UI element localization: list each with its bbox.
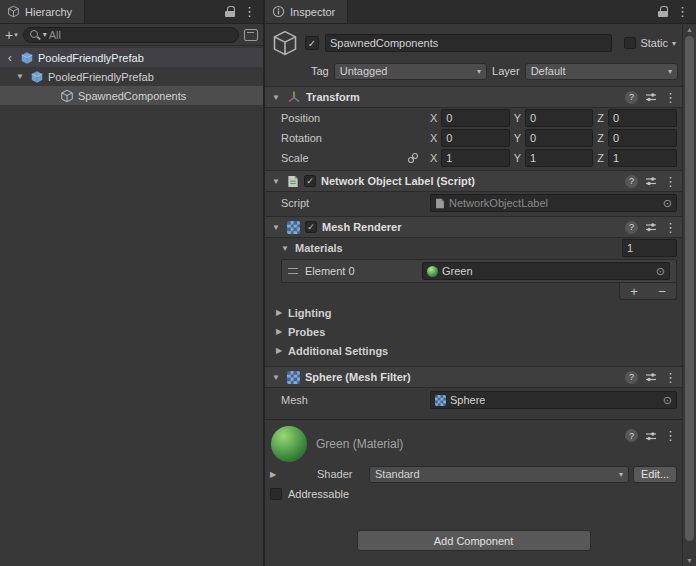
kebab-menu-icon[interactable]: ⋮	[664, 175, 677, 188]
scroll-down-icon[interactable]: ▼	[686, 557, 693, 564]
script-object-field[interactable]: NetworkObjectLabel ⊙	[430, 194, 677, 212]
gameobject-name-field[interactable]	[325, 34, 612, 52]
mesh-filter-header[interactable]: ▼ Sphere (Mesh Filter) ? ⋮	[265, 366, 682, 388]
presets-icon[interactable]	[645, 371, 657, 383]
link-scale-icon[interactable]	[407, 152, 419, 164]
tab-hierarchy[interactable]: Hierarchy	[0, 0, 85, 23]
foldout-open-icon[interactable]: ▼	[14, 72, 26, 81]
chevron-down-icon: ▾	[14, 31, 18, 39]
scrollbar-thumb[interactable]	[685, 36, 694, 541]
help-icon[interactable]: ?	[625, 221, 638, 234]
object-picker-icon[interactable]: ⊙	[656, 266, 665, 277]
additional-settings-label: Additional Settings	[288, 345, 388, 357]
help-icon[interactable]: ?	[625, 429, 638, 442]
create-object-button[interactable]: + ▾	[5, 27, 18, 43]
add-material-button[interactable]: +	[620, 283, 648, 299]
tag-label: Tag	[311, 65, 329, 77]
materials-size-field[interactable]	[622, 239, 677, 257]
material-object-field[interactable]: Green ⊙	[422, 262, 670, 280]
foldout-closed-icon[interactable]: ▶	[267, 470, 279, 479]
scale-x-field[interactable]	[441, 149, 509, 167]
scale-y-field[interactable]	[525, 149, 593, 167]
prefab-cube-icon	[20, 51, 34, 65]
rotation-z-field[interactable]	[608, 129, 677, 147]
network-object-label-header[interactable]: ▼ ✓ Network Object Label (Script) ?	[265, 170, 682, 192]
probes-foldout[interactable]: ▶ Probes	[265, 322, 682, 341]
chevron-down-icon: ▾	[619, 470, 623, 479]
addressable-checkbox[interactable]	[270, 488, 282, 500]
static-dropdown-caret-icon[interactable]: ▾	[672, 39, 676, 48]
mesh-renderer-icon	[287, 221, 300, 234]
position-z-field[interactable]	[608, 109, 677, 127]
additional-settings-foldout[interactable]: ▶ Additional Settings	[265, 341, 682, 360]
foldout-open-icon[interactable]: ▼	[270, 373, 282, 382]
kebab-menu-icon[interactable]: ⋮	[664, 221, 677, 234]
help-icon[interactable]: ?	[625, 91, 638, 104]
edit-shader-button[interactable]: Edit...	[633, 466, 677, 483]
gameobject-enabled-checkbox[interactable]: ✓	[305, 36, 319, 50]
help-icon[interactable]: ?	[625, 175, 638, 188]
materials-label: Materials	[295, 242, 343, 254]
add-component-button[interactable]: Add Component	[357, 530, 591, 551]
component-enabled-checkbox[interactable]: ✓	[304, 175, 316, 187]
material-header[interactable]: Green (Material) ? ⋮	[265, 420, 682, 464]
presets-icon[interactable]	[645, 430, 657, 442]
presets-icon[interactable]	[645, 221, 657, 233]
foldout-open-icon[interactable]: ▼	[270, 177, 282, 186]
kebab-menu-icon[interactable]: ⋮	[664, 429, 677, 442]
tag-dropdown[interactable]: Untagged ▾	[334, 63, 487, 80]
lock-icon[interactable]	[225, 6, 235, 17]
shader-dropdown[interactable]: Standard ▾	[369, 466, 629, 483]
materials-list: Element 0 Green ⊙	[281, 259, 677, 283]
foldout-open-icon[interactable]: ▼	[270, 93, 282, 102]
foldout-open-icon[interactable]: ▼	[270, 223, 282, 232]
material-element-row[interactable]: Element 0 Green ⊙	[282, 260, 676, 282]
transform-header[interactable]: ▼ Transform ?	[265, 86, 682, 108]
back-arrow-icon[interactable]: ‹	[4, 50, 16, 65]
tree-row-prefab-root[interactable]: ▼ PooledFriendlyPrefab	[0, 67, 263, 86]
kebab-menu-icon[interactable]: ⋮	[243, 5, 256, 18]
lock-icon[interactable]	[658, 6, 668, 17]
scale-z-field[interactable]	[608, 149, 677, 167]
component-enabled-checkbox[interactable]: ✓	[305, 221, 317, 233]
tree-row-spawned-components[interactable]: SpawnedComponents	[0, 86, 263, 105]
static-checkbox[interactable]	[624, 37, 636, 49]
inspector-scrollbar[interactable]: ▲ ▼	[682, 24, 696, 566]
lighting-foldout[interactable]: ▶ Lighting	[265, 303, 682, 322]
kebab-menu-icon[interactable]: ⋮	[664, 91, 677, 104]
foldout-open-icon[interactable]: ▼	[279, 244, 291, 253]
open-search-window-icon[interactable]	[244, 29, 258, 41]
object-picker-icon[interactable]: ⊙	[663, 198, 672, 209]
position-y-field[interactable]	[525, 109, 593, 127]
shader-row: ▶ Shader Standard ▾ Edit...	[265, 464, 682, 484]
kebab-menu-icon[interactable]: ⋮	[664, 371, 677, 384]
help-icon[interactable]: ?	[625, 371, 638, 384]
script-value: NetworkObjectLabel	[449, 197, 548, 209]
script-icon	[435, 198, 445, 209]
tab-inspector[interactable]: Inspector	[265, 0, 348, 23]
drag-handle-icon[interactable]	[288, 268, 298, 274]
scroll-up-icon[interactable]: ▲	[686, 26, 693, 33]
inspector-tab-label: Inspector	[290, 6, 335, 18]
presets-icon[interactable]	[645, 91, 657, 103]
prefab-stage-header-row[interactable]: ‹ PooledFriendlyPrefab	[0, 48, 263, 67]
rotation-x-field[interactable]	[441, 129, 509, 147]
mesh-object-field[interactable]: Sphere ⊙	[430, 391, 677, 409]
object-picker-icon[interactable]: ⊙	[663, 395, 672, 406]
rotation-label: Rotation	[281, 132, 322, 144]
kebab-menu-icon[interactable]: ⋮	[676, 5, 689, 18]
prefab-stage-label: PooledFriendlyPrefab	[38, 52, 144, 64]
rotation-y-field[interactable]	[525, 129, 593, 147]
hierarchy-search-field[interactable]: ▾	[23, 27, 239, 43]
presets-icon[interactable]	[645, 175, 657, 187]
gameobject-cube-icon[interactable]	[271, 29, 299, 57]
mesh-renderer-header[interactable]: ▼ ✓ Mesh Renderer ? ⋮	[265, 216, 682, 238]
layer-dropdown[interactable]: Default ▾	[525, 63, 678, 80]
position-x-field[interactable]	[441, 109, 509, 127]
search-input[interactable]	[49, 29, 233, 41]
materials-foldout-row[interactable]: ▼ Materials	[265, 238, 682, 258]
remove-material-button[interactable]: −	[648, 283, 676, 299]
search-scope-caret-icon[interactable]: ▾	[43, 30, 47, 39]
hierarchy-tree: ‹ PooledFriendlyPrefab ▼ PooledFriendlyP…	[0, 46, 263, 566]
hierarchy-tabbar: Hierarchy ⋮	[0, 0, 263, 24]
